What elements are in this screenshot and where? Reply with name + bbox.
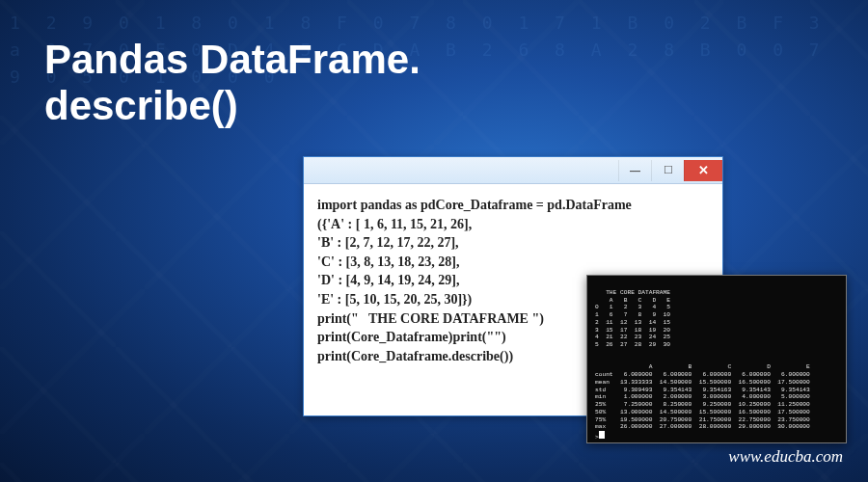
close-button[interactable]: [684, 160, 722, 181]
terminal-describe: A B C D E count 6.000000 6.000000 6.0000…: [595, 363, 810, 430]
window-titlebar: [304, 157, 722, 184]
terminal-output-window: THE CORE DATAFRAME A B C D E 0 1 2 3 4 5…: [586, 275, 847, 443]
terminal-dataframe: A B C D E 0 1 2 3 4 5 1 6 7 8 9 10 2 11 …: [595, 297, 670, 349]
terminal-header: THE CORE DATAFRAME: [595, 289, 674, 296]
terminal-cursor: [599, 431, 605, 439]
maximize-button[interactable]: [651, 160, 684, 181]
website-url: www.educba.com: [728, 447, 843, 467]
title-line-1: Pandas DataFrame.: [44, 37, 420, 82]
page-title: Pandas DataFrame. describe(): [44, 37, 420, 130]
title-line-2: describe(): [44, 83, 238, 128]
minimize-button[interactable]: [618, 160, 651, 181]
